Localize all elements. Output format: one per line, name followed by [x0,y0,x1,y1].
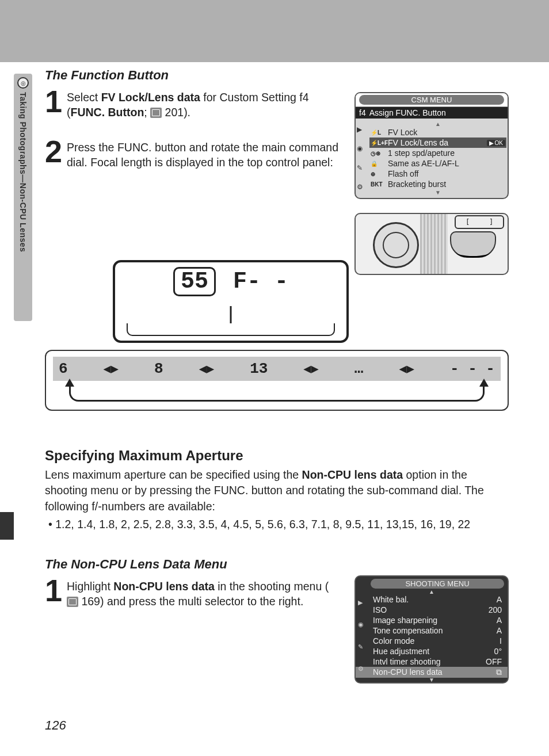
lcd-tick [230,306,232,323]
v: A [497,626,502,635]
v: I [500,636,502,646]
strip-val: 6 [59,360,68,377]
l: Image sharpening [373,616,437,625]
row-label: FV Lock [388,128,417,137]
camera-mode-icon: ◎ [17,77,29,89]
shoot-side-icons: ▶◉✎⚙ [358,591,369,680]
spec-heading: Specifying Maximum Aperture [45,448,509,464]
camera-top-display: [] [455,215,504,229]
side-tab-label: Taking Photographs—Non-CPU Lenses [18,92,28,252]
strip-val: … [354,360,364,377]
camera-body-hatch [420,214,448,274]
sm-row-tone: Tone compensationA [356,625,508,636]
row-label: Flash off [388,169,418,178]
strip-val: 13 [250,360,268,377]
v: OFF [486,657,502,666]
camera-command-dial [450,231,496,258]
double-arrow-icon: ◀▶ [303,361,319,377]
row-icon: ◷⊛ [371,150,386,156]
noncpu-step-1-text: Highlight Non-CPU lens data in the shoot… [67,576,338,609]
row-icon: ⊕ [371,171,386,177]
t: Select [67,91,101,104]
l: White bal. [373,595,409,604]
ok-badge: ▶ OK [487,140,505,146]
t: Highlight [67,580,113,593]
v: 200 [489,605,502,614]
page-top-band [0,0,549,62]
fnumber-list: • 1.2, 1.4, 1.8, 2, 2.5, 2.8, 3.3, 3.5, … [45,517,509,532]
row-label: 1 step spd/apeture [388,148,455,158]
row-label: FV Lock/Lens da [388,138,448,147]
t: FUNC. Button [71,106,144,119]
v: A [497,595,502,604]
sm-row-color: Color modeI [356,636,508,646]
v: ⧉ [496,667,502,677]
step-number-2: 2 [45,138,64,166]
section-title-function-button: The Function Button [45,68,509,83]
l: Non-CPU lens data [373,667,443,677]
sm-row-wb: White bal.A [356,594,508,605]
strip-val: - - - [450,360,495,377]
csm-menu-title: CSM MENU [359,95,504,105]
page-number: 126 [45,718,66,733]
strip-val: 8 [154,360,163,377]
t: 201 [165,106,184,119]
scroll-up-icon: ▲ [356,590,508,594]
l: Hue adjustment [373,647,429,656]
lcd-focal-length: 55 [173,267,216,296]
csm-row-1step: ◷⊛1 step spd/apeture [369,148,506,158]
step-1-text: Select FV Lock/Lens data for Custom Sett… [67,87,338,120]
v: 0° [494,647,502,656]
csm-setting-id: f4 [359,108,366,117]
t: ). [184,106,190,119]
step-number-1: 1 [45,87,64,116]
t: ) and press the multi selector to the ri… [100,595,303,608]
chapter-side-tab: ◎ Taking Photographs—Non-CPU Lenses [14,74,32,321]
row-icon: 🔒 [371,161,386,167]
shooting-menu-title: SHOOTING MENU [371,579,504,589]
sm-row-hue: Hue adjustment0° [356,646,508,656]
step-number-1b: 1 [45,576,64,605]
t: Non-CPU lens data [302,468,403,481]
scroll-down-icon: ▼ [356,678,508,682]
ok-text: OK [495,140,503,146]
page-edge-accent [0,512,14,540]
lcd-baseline [127,323,335,336]
l: Tone compensation [373,626,443,635]
page-ref-icon [150,108,162,118]
double-arrow-icon: ◀▶ [199,361,215,377]
section-title-noncpu: The Non-CPU Lens Data Menu [45,557,509,572]
step-1: 1 Select FV Lock/Lens data for Custom Se… [45,87,338,120]
t: 169 [81,595,100,608]
row-label: Same as AE-L/AF-L [388,159,459,168]
csm-row-bracketing: BKTBracketing burst [369,179,506,189]
row-icon: BKT [371,181,386,188]
csm-row-ael-afl: 🔒Same as AE-L/AF-L [369,158,506,169]
t: [ [466,218,470,226]
row-icon: ⚡L+F [371,140,386,146]
csm-setting-name: Assign FUNC. Button [369,108,446,117]
lcd-aperture: F- - [233,269,288,295]
noncpu-step-1: 1 Highlight Non-CPU lens data in the sho… [45,576,338,609]
focal-length-values-strip: 6 ◀▶ 8 ◀▶ 13 ◀▶ … ◀▶ - - - [45,350,509,411]
csm-menu-screenshot: CSM MENU f4 Assign FUNC. Button ▶◉✎⚙ ▲ ⚡… [354,92,509,199]
csm-row-fvlock: ⚡LFV Lock [369,127,506,138]
top-control-panel-lcd: 55 F- - [113,260,349,343]
double-arrow-icon: ◀▶ [104,361,119,377]
t: ] [489,218,493,226]
t: FV Lock/Lens data [101,91,200,104]
l: Intvl timer shooting [373,657,441,666]
t: Non-CPU lens data [113,580,215,593]
row-label: Bracketing burst [388,180,446,189]
csm-row-fvlock-lens-data: ⚡L+FFV Lock/Lens da▶ OK [369,138,506,148]
l: Color mode [373,636,414,646]
csm-row-flashoff: ⊕Flash off [369,169,506,179]
csm-side-icons: ▶◉✎⚙ [357,120,368,197]
loop-line [69,384,485,402]
page-ref-icon [67,597,78,607]
sm-row-intvl: Intvl timer shootingOFF [356,656,508,667]
l: ISO [373,605,387,614]
v: A [497,616,502,625]
t: ; [144,106,150,119]
t: in the shooting menu ( [215,580,329,593]
